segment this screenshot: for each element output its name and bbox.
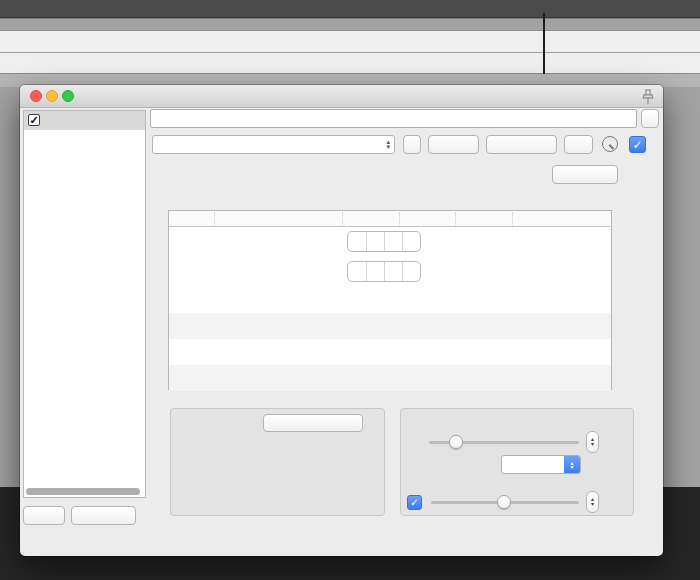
wet-gain-stepper[interactable]: ▴▾ (586, 431, 599, 453)
ui-button[interactable] (564, 135, 593, 154)
fx-enable-checkbox[interactable]: ✓ (28, 114, 40, 126)
preset-dropdown[interactable]: ▴▾ (152, 135, 395, 154)
dry-gain-slider-fill (431, 501, 504, 504)
save-preset-button[interactable] (403, 135, 421, 154)
chevron-up-down-icon: ▴▾ (386, 139, 390, 149)
row-file-name (221, 259, 349, 273)
table-row-channel-1[interactable] (169, 227, 611, 257)
fx-window: ✓ ▴▾ ✓ (20, 85, 663, 556)
dry-gain-slider-thumb[interactable] (497, 495, 511, 509)
segment-1[interactable] (348, 262, 366, 281)
pin-icon[interactable] (639, 88, 657, 106)
add-fx-button[interactable] (23, 506, 65, 525)
segment-3[interactable] (384, 262, 402, 281)
more-button[interactable] (641, 109, 659, 128)
empty-row[interactable] (169, 339, 611, 365)
chain-list-hscrollbar[interactable] (26, 488, 140, 495)
minimize-button[interactable] (46, 90, 58, 102)
table-row-channel-2[interactable] (169, 257, 611, 287)
remove-fx-button[interactable] (71, 506, 136, 525)
waveform (0, 31, 700, 74)
empty-row[interactable] (169, 365, 611, 391)
empty-row[interactable] (169, 313, 611, 339)
row-file-name (221, 229, 349, 243)
zoom-button[interactable] (62, 90, 74, 102)
file-select-segments (347, 261, 421, 282)
header-divider (342, 212, 343, 226)
segment-2[interactable] (366, 262, 384, 281)
header-divider (214, 212, 215, 226)
close-button[interactable] (30, 90, 42, 102)
channel-table-header (169, 211, 611, 227)
wet-gain-slider[interactable] (429, 441, 579, 444)
header-divider (399, 212, 400, 226)
remove-ir-button[interactable] (263, 414, 363, 432)
segment-1[interactable] (348, 232, 366, 251)
playhead-cursor (543, 13, 545, 74)
segment-2[interactable] (366, 232, 384, 251)
channel-table (168, 210, 612, 390)
header-divider (512, 212, 513, 226)
impulse-response-box (170, 408, 385, 516)
empty-row[interactable] (169, 287, 611, 313)
fx-chain-list[interactable]: ✓ (23, 110, 146, 498)
segment-3[interactable] (384, 232, 402, 251)
plugin-enabled-checkbox[interactable]: ✓ (629, 136, 646, 153)
fx-comment-input[interactable] (150, 109, 637, 128)
gain-compensation-dropdown[interactable]: ▲▼ (501, 455, 581, 474)
param-button[interactable] (428, 135, 479, 154)
window-titlebar[interactable] (20, 85, 663, 108)
timeline-ruler[interactable] (0, 0, 700, 18)
wet-dry-knob-icon[interactable] (602, 136, 618, 152)
file-select-segments (347, 231, 421, 252)
dry-gain-slider[interactable] (431, 501, 579, 504)
fx-chain-item[interactable]: ✓ (24, 111, 145, 130)
dry-gain-stepper[interactable]: ▴▾ (586, 491, 599, 513)
dry-gain-checkbox[interactable]: ✓ (407, 495, 422, 510)
about-button[interactable] (552, 165, 618, 184)
screen: ✓ ▴▾ ✓ (0, 0, 700, 580)
wet-gain-slider-thumb[interactable] (449, 435, 463, 449)
segment-4[interactable] (402, 232, 420, 251)
io-routing-button[interactable] (486, 135, 557, 154)
segment-4[interactable] (402, 262, 420, 281)
header-divider (455, 212, 456, 226)
media-item-titlebar[interactable] (0, 18, 700, 31)
waveform-area[interactable] (0, 31, 700, 74)
chevron-up-down-icon: ▲▼ (564, 456, 580, 473)
levels-box: ▴▾ ▲▼ ✓ ▴▾ (400, 408, 634, 516)
